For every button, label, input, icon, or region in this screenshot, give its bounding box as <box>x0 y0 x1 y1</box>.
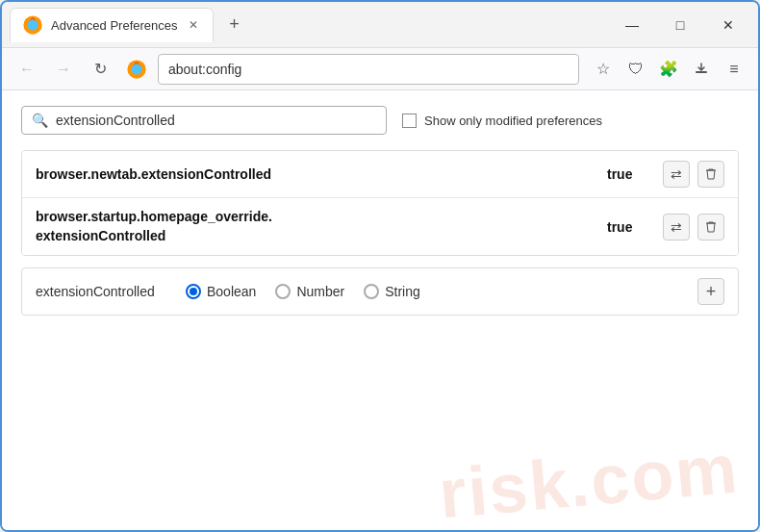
pref-name: browser.newtab.extensionControlled <box>36 166 607 182</box>
browser-window: Advanced Preferences ✕ + — □ ✕ ← → ↻ abo… <box>0 0 760 532</box>
reset-button[interactable]: ⇄ <box>663 214 690 241</box>
close-button[interactable]: ✕ <box>706 10 750 40</box>
radio-number[interactable]: Number <box>275 284 344 299</box>
delete-button[interactable] <box>697 161 724 188</box>
reload-button[interactable]: ↻ <box>85 54 115 85</box>
table-row: browser.newtab.extensionControlled true … <box>22 151 738 198</box>
pref-name-line2: extensionControlled <box>36 228 165 243</box>
svg-point-3 <box>132 63 142 74</box>
radio-boolean-label: Boolean <box>207 284 256 299</box>
table-row: browser.startup.homepage_override. exten… <box>22 198 738 255</box>
radio-boolean-outer <box>186 284 201 299</box>
new-pref-name: extensionControlled <box>36 284 170 299</box>
tab-close-button[interactable]: ✕ <box>186 17 201 33</box>
pref-name-multiline: browser.startup.homepage_override. exten… <box>36 208 607 245</box>
radio-string-label: String <box>385 284 420 299</box>
new-tab-button[interactable]: + <box>221 12 248 38</box>
reset-button[interactable]: ⇄ <box>663 161 690 188</box>
tab-favicon <box>22 14 43 36</box>
window-controls: — □ ✕ <box>610 10 750 40</box>
active-tab[interactable]: Advanced Preferences ✕ <box>10 8 214 42</box>
maximize-button[interactable]: □ <box>658 10 702 40</box>
row-actions: ⇄ <box>663 214 724 241</box>
search-icon: 🔍 <box>32 113 48 128</box>
extension-icon[interactable]: 🧩 <box>654 55 683 84</box>
radio-string[interactable]: String <box>364 284 420 299</box>
add-preference-row: extensionControlled Boolean Number Strin… <box>21 267 739 316</box>
downloads-icon[interactable] <box>687 55 716 84</box>
back-button[interactable]: ← <box>12 54 42 85</box>
type-radio-group: Boolean Number String <box>186 284 682 299</box>
add-preference-button[interactable]: + <box>697 278 724 305</box>
firefox-logo <box>125 58 148 81</box>
watermark: risk.com <box>436 429 742 530</box>
forward-button[interactable]: → <box>48 54 79 85</box>
page-content: risk.com 🔍 Show only modified preference… <box>2 90 758 530</box>
svg-rect-4 <box>696 71 707 73</box>
menu-icon[interactable]: ≡ <box>720 55 748 84</box>
search-row: 🔍 Show only modified preferences <box>21 106 739 135</box>
nav-icon-group: ☆ 🛡 🧩 ≡ <box>589 55 748 84</box>
title-bar: Advanced Preferences ✕ + — □ ✕ <box>2 2 758 48</box>
pref-value: true <box>607 219 655 235</box>
delete-button[interactable] <box>697 214 724 241</box>
radio-string-outer <box>364 284 379 299</box>
bookmark-icon[interactable]: ☆ <box>589 55 618 84</box>
show-modified-option: Show only modified preferences <box>402 114 602 128</box>
radio-boolean[interactable]: Boolean <box>186 284 256 299</box>
results-table: browser.newtab.extensionControlled true … <box>21 150 739 256</box>
minimize-button[interactable]: — <box>610 10 654 40</box>
address-bar[interactable]: about:config <box>158 54 579 85</box>
radio-number-outer <box>275 284 291 299</box>
radio-number-label: Number <box>296 284 344 299</box>
row-actions: ⇄ <box>663 161 724 188</box>
svg-point-1 <box>28 20 38 31</box>
tab-title: Advanced Preferences <box>51 18 178 33</box>
pref-name-line1: browser.startup.homepage_override. <box>36 209 272 224</box>
show-modified-label: Show only modified preferences <box>424 114 602 128</box>
search-container: 🔍 <box>21 106 387 135</box>
show-modified-checkbox[interactable] <box>402 114 417 128</box>
navigation-bar: ← → ↻ about:config ☆ 🛡 🧩 ≡ <box>2 48 758 90</box>
radio-boolean-inner <box>190 288 197 295</box>
url-text: about:config <box>168 62 241 77</box>
search-input[interactable] <box>56 113 376 128</box>
pref-value: true <box>607 166 655 182</box>
shield-icon[interactable]: 🛡 <box>621 55 650 84</box>
